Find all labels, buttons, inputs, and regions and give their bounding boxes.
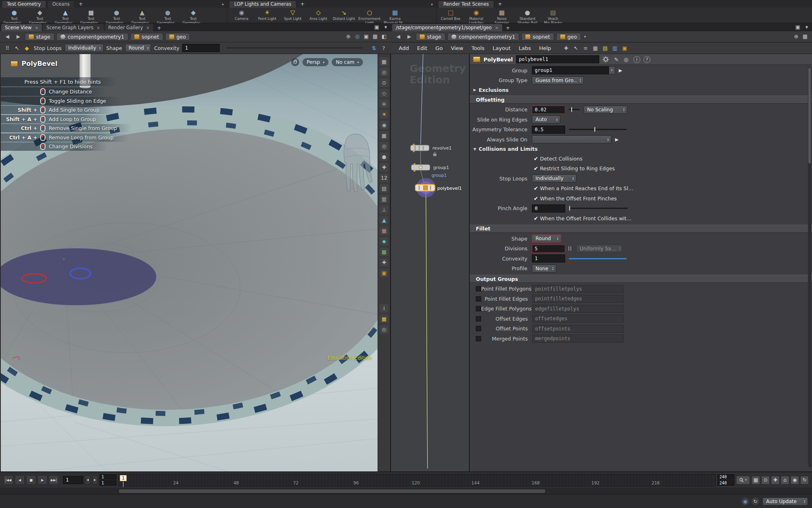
convexity-input[interactable]	[182, 44, 220, 52]
distance-scale-dropdown[interactable]: No Scaling	[583, 106, 627, 114]
camera-icon[interactable]: ▣	[362, 33, 370, 41]
back-button[interactable]: ◀	[3, 34, 12, 39]
menu-item[interactable]: View	[447, 45, 467, 51]
distant-light-tool[interactable]: ↘ Distant Light	[331, 9, 356, 25]
measure-icon[interactable]: ⊥	[380, 205, 389, 214]
test-geometry-tool-7[interactable]: ● Test Geometry:…	[155, 9, 180, 25]
current-frame-input[interactable]	[63, 476, 83, 484]
stop-loops-dropdown[interactable]: Individually	[532, 174, 577, 182]
camera-tool[interactable]: ◉ Camera	[229, 9, 254, 25]
point-light-tool[interactable]: ☀ Point Light	[255, 9, 280, 25]
range-end-input[interactable]	[717, 474, 734, 480]
forward-button[interactable]: ▶	[405, 34, 414, 39]
breadcrumb-componentgeometry1[interactable]: componentgeometry1	[56, 33, 128, 41]
grid-snap-icon[interactable]: ▦	[591, 44, 599, 52]
divisions-input[interactable]	[532, 245, 565, 253]
timeline[interactable]: 1 24487296120144168192216	[118, 474, 716, 486]
checkbox-checked[interactable]: ✔	[532, 185, 540, 191]
shelf-menu-caret-icon[interactable]: ▾	[428, 2, 436, 8]
checkbox-unchecked[interactable]	[476, 336, 481, 341]
dropper-icon[interactable]: ✚	[380, 258, 389, 267]
timeline-zoom-icon[interactable]: ▾	[736, 476, 750, 484]
checkbox-unchecked[interactable]	[476, 286, 481, 291]
sampling-dropdown[interactable]: Uniformly Sa…	[576, 245, 622, 253]
checker-icon[interactable]: ▦	[380, 226, 389, 235]
test-geometry-tool-3[interactable]: ▲ Test Geometry:…	[53, 9, 78, 25]
realtime-toggle-icon[interactable]: ↻	[800, 476, 809, 484]
breadcrumb-geo[interactable]: geo	[165, 33, 190, 41]
projection-menu[interactable]: Persp▾	[302, 58, 328, 66]
playback-end-input[interactable]	[717, 480, 734, 486]
shelf-add-tab-button[interactable]: +	[495, 1, 505, 8]
lock-view-icon[interactable]	[291, 58, 299, 66]
shelf-tab-render-test-scenes[interactable]: Render Test Scenes	[438, 0, 494, 8]
close-icon[interactable]: ×	[495, 26, 498, 30]
frustum-icon[interactable]: ◇	[380, 89, 389, 98]
tab-network-path[interactable]: /stage/componentgeometry1/sopnet/geo ×	[392, 24, 502, 31]
spot-light-tool[interactable]: ▽ Spot Light	[280, 9, 305, 25]
menu-item[interactable]: Go	[432, 45, 446, 51]
select-cursor-icon[interactable]: ↖	[572, 44, 580, 52]
close-icon[interactable]: ×	[97, 26, 100, 30]
quad-view-icon[interactable]: ▦	[380, 315, 389, 323]
shelf-menu-caret-icon[interactable]: ▾	[218, 2, 227, 8]
node-revolve1[interactable]	[410, 144, 429, 152]
shape-dropdown[interactable]: Round	[125, 44, 151, 52]
network-editor[interactable]: Geometry Edition revolve1 group1	[391, 54, 469, 471]
breadcrumb-stage[interactable]: stage	[416, 33, 445, 41]
follow-network-icon[interactable]: ◎	[353, 33, 361, 41]
asymmetry-tolerance-slider[interactable]	[569, 129, 626, 130]
pane-maximize-icon[interactable]: ▣	[373, 23, 381, 31]
divisions-ladder[interactable]	[568, 246, 571, 251]
output-group-field[interactable]: pointfilletpolys	[532, 285, 624, 293]
node-name-input[interactable]	[516, 55, 599, 63]
search-params-icon[interactable]: ◎	[622, 55, 630, 63]
update-mode-dropdown[interactable]: Auto Update	[762, 497, 808, 506]
standard-shader-ball-tool[interactable]: ● Standard Shader Ball	[515, 9, 540, 25]
checkbox-unchecked[interactable]	[476, 296, 481, 302]
output-group-field[interactable]: mergedpoints	[532, 334, 624, 343]
edit-tool-icon[interactable]: ◆	[23, 44, 31, 52]
convexity-slider[interactable]	[569, 258, 626, 259]
checkbox-checked[interactable]: ✔	[532, 195, 540, 202]
range-start-input[interactable]	[99, 474, 117, 480]
test-geometry-tool-5[interactable]: ● Test Geometry:…	[104, 9, 129, 25]
info-icon[interactable]: i	[380, 304, 389, 313]
status-globe-icon[interactable]: ◉	[741, 497, 749, 505]
output-group-field[interactable]: edgefilletpolys	[532, 305, 624, 313]
select-visible-icon[interactable]: ◎	[380, 142, 389, 150]
pane-link-icon[interactable]: ▦	[801, 33, 809, 41]
network-tools-icon[interactable]: ✚	[562, 44, 570, 52]
distance-slider[interactable]	[569, 109, 579, 110]
add-pane-tab-button[interactable]: +	[503, 25, 513, 31]
keyframe-icon[interactable]: ⊙	[761, 476, 770, 484]
points-display-icon[interactable]: ●	[380, 152, 389, 161]
shelf-add-tab-button[interactable]: +	[297, 1, 307, 8]
always-slide-on-dropdown[interactable]	[532, 135, 611, 143]
pin-icon[interactable]: ⊕	[792, 33, 800, 41]
lightbulb-icon[interactable]: ☀	[380, 110, 389, 119]
add-keyframe-icon[interactable]: ✚	[771, 476, 780, 484]
menu-item[interactable]: Add	[395, 45, 412, 51]
group-type-dropdown[interactable]: Guess from Gro…	[532, 76, 584, 85]
output-group-field[interactable]: pointfilletedges	[532, 295, 624, 303]
sort-icon[interactable]: ⇅	[370, 44, 378, 52]
follow-playhead-icon[interactable]: ◉	[790, 476, 799, 484]
step-forward-button[interactable]: ▶	[92, 475, 98, 484]
menu-item[interactable]: Tools	[468, 45, 488, 51]
exclusions-collapse[interactable]: Exclusions	[470, 86, 812, 94]
timeline-scrollbar[interactable]	[119, 489, 546, 493]
add-pane-tab-button[interactable]: +	[154, 25, 164, 31]
test-geometry-tool-1[interactable]: ● Test Geometry:…	[2, 9, 27, 25]
shade-mode-icon[interactable]: ◉	[380, 121, 389, 129]
breadcrumb-sopnet[interactable]: sopnet	[130, 33, 163, 41]
construction-plane-icon[interactable]: ▲	[380, 216, 389, 224]
group-dropdown-icon[interactable]: ▾	[609, 66, 615, 74]
menu-item[interactable]: Layout	[489, 45, 514, 51]
mirror-icon[interactable]: ▥	[380, 195, 389, 203]
pane-layout-icon[interactable]: ▦	[380, 57, 389, 66]
shelf-tab-lop-lights[interactable]: LOP Lights and Cameras	[229, 0, 296, 8]
material-display-icon[interactable]: ▣	[380, 269, 389, 277]
jump-start-button[interactable]: |◀◀	[3, 475, 13, 485]
test-geometry-tool-6[interactable]: ▲ Test Geometry:…	[130, 9, 155, 25]
